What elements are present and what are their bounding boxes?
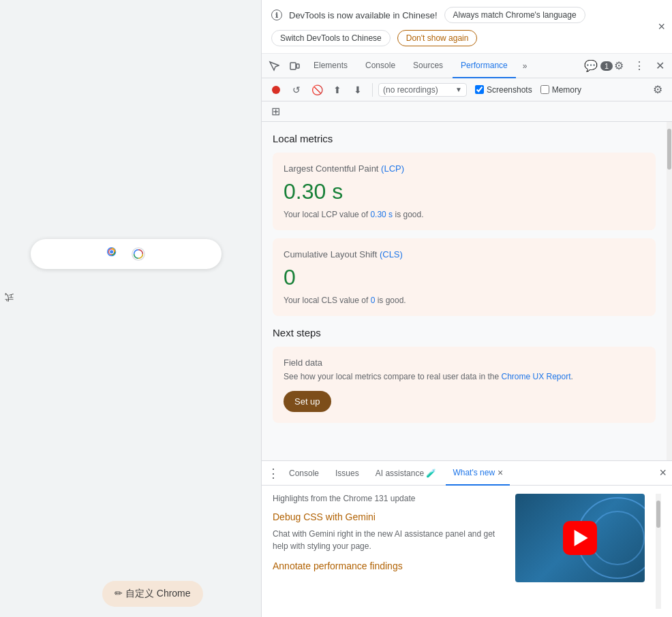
field-data-card: Field data See how your local metrics co… bbox=[273, 347, 656, 423]
close-devtools-button[interactable]: ✕ bbox=[650, 57, 669, 76]
tab-console[interactable]: Console bbox=[357, 54, 403, 78]
bottom-content: Highlights from the Chrome 131 update De… bbox=[262, 486, 672, 617]
record-button[interactable] bbox=[267, 81, 285, 99]
lcp-title: Largest Contentful Paint (LCP) bbox=[284, 163, 645, 174]
chrome-ux-report-link[interactable]: Chrome UX Report bbox=[502, 372, 571, 381]
bottom-scrollbar-thumb bbox=[656, 501, 660, 528]
sidebar-toolbar: ⊞ bbox=[262, 101, 672, 122]
performance-panel: Local metrics Largest Contentful Paint (… bbox=[262, 122, 667, 460]
record-dot bbox=[272, 86, 280, 94]
tab-elements[interactable]: Elements bbox=[305, 54, 356, 78]
browser-background: 式 ✏ 自定义 Chrome bbox=[0, 0, 252, 617]
layout-button[interactable]: ⊞ bbox=[267, 104, 284, 120]
annotate-performance-title: Annotate performance findings bbox=[273, 560, 504, 571]
bottom-panel: ⋮ Console Issues AI assistance 🧪 What's … bbox=[262, 460, 672, 617]
highlights-text: Highlights from the Chrome 131 update bbox=[273, 494, 504, 503]
more-options-button[interactable]: ⋮ bbox=[630, 57, 649, 76]
cls-card: Cumulative Layout Shift (CLS) 0 Your loc… bbox=[273, 238, 656, 316]
screenshots-checkbox-label[interactable]: Screenshots bbox=[475, 85, 532, 95]
devtools-tabs-toolbar: Elements Console Sources Performance » 💬… bbox=[262, 54, 672, 78]
download-button[interactable]: ⬇ bbox=[349, 81, 367, 99]
thumb-circle-2 bbox=[590, 511, 645, 565]
field-data-title: Field data bbox=[284, 358, 645, 368]
svg-rect-6 bbox=[296, 64, 299, 68]
svg-point-1 bbox=[110, 250, 113, 253]
main-scrollbar-thumb bbox=[667, 129, 671, 170]
customize-chrome-button[interactable]: ✏ 自定义 Chrome bbox=[102, 581, 203, 607]
bottom-text-section: Highlights from the Chrome 131 update De… bbox=[273, 494, 504, 609]
dropdown-arrow: ▼ bbox=[455, 86, 462, 93]
debug-css-description: Chat with Gemini right in the new AI ass… bbox=[273, 528, 504, 552]
main-scrollbar[interactable] bbox=[667, 122, 672, 460]
separator bbox=[372, 83, 373, 97]
lcp-card: Largest Contentful Paint (LCP) 0.30 s Yo… bbox=[273, 153, 656, 230]
upload-button[interactable]: ⬆ bbox=[329, 81, 346, 99]
clear-button[interactable]: 🚫 bbox=[308, 81, 326, 99]
bottom-dots-button[interactable]: ⋮ bbox=[267, 466, 279, 481]
recording-toolbar: ↺ 🚫 ⬆ ⬇ (no recordings) ▼ Screenshots Me… bbox=[262, 78, 672, 101]
devtools-main-content: Local metrics Largest Contentful Paint (… bbox=[262, 122, 672, 460]
bottom-tab-issues[interactable]: Issues bbox=[329, 461, 366, 486]
field-data-description: See how your local metrics compare to re… bbox=[284, 372, 645, 381]
whats-new-close[interactable]: × bbox=[498, 467, 503, 478]
cls-description: Your local CLS value of 0 is good. bbox=[284, 296, 645, 305]
bottom-tab-console[interactable]: Console bbox=[282, 461, 326, 486]
next-steps-title: Next steps bbox=[273, 327, 656, 338]
bottom-scrollbar[interactable] bbox=[656, 494, 661, 609]
dont-show-button[interactable]: Don't show again bbox=[397, 30, 478, 46]
info-icon: ℹ bbox=[271, 10, 282, 20]
mic-icon[interactable] bbox=[106, 246, 122, 262]
perf-settings-button[interactable]: ⚙ bbox=[649, 81, 667, 99]
bottom-tab-whats-new[interactable]: What's new × bbox=[446, 461, 510, 486]
search-bar bbox=[31, 239, 222, 269]
cls-title: Cumulative Layout Shift (CLS) bbox=[284, 249, 645, 259]
cls-value: 0 bbox=[284, 265, 645, 290]
sidebar-text: 式 bbox=[0, 306, 18, 312]
notification-bar: ℹ DevTools is now available in Chinese! … bbox=[262, 0, 672, 54]
tab-performance[interactable]: Performance bbox=[453, 54, 516, 78]
always-match-button[interactable]: Always match Chrome's language bbox=[444, 7, 585, 23]
memory-checkbox[interactable] bbox=[540, 85, 549, 94]
devtools-panel: ℹ DevTools is now available in Chinese! … bbox=[261, 0, 672, 617]
notification-close-button[interactable]: × bbox=[658, 20, 665, 33]
device-toolbar-button[interactable] bbox=[285, 57, 304, 76]
toolbar-right-actions: 💬 1 ⚙ ⋮ ✕ bbox=[589, 57, 669, 76]
lens-icon[interactable] bbox=[130, 246, 147, 262]
tab-more[interactable]: » bbox=[517, 54, 533, 78]
switch-chinese-button[interactable]: Switch DevTools to Chinese bbox=[271, 30, 391, 46]
recordings-dropdown[interactable]: (no recordings) ▼ bbox=[378, 83, 467, 97]
setup-button[interactable]: Set up bbox=[284, 391, 331, 412]
bottom-tab-ai[interactable]: AI assistance 🧪 bbox=[369, 461, 444, 486]
debug-css-title: Debug CSS with Gemini bbox=[273, 511, 504, 522]
bottom-panel-close-button[interactable]: × bbox=[659, 466, 667, 480]
refresh-button[interactable]: ↺ bbox=[288, 81, 305, 99]
memory-checkbox-label[interactable]: Memory bbox=[540, 85, 581, 95]
screenshots-checkbox[interactable] bbox=[475, 85, 484, 94]
tab-sources[interactable]: Sources bbox=[405, 54, 451, 78]
bottom-toolbar: ⋮ Console Issues AI assistance 🧪 What's … bbox=[262, 461, 672, 486]
select-element-button[interactable] bbox=[264, 57, 284, 76]
svg-rect-5 bbox=[290, 63, 296, 69]
video-thumbnail[interactable] bbox=[515, 494, 645, 582]
local-metrics-title: Local metrics bbox=[273, 133, 656, 144]
lcp-description: Your local LCP value of 0.30 s is good. bbox=[284, 210, 645, 219]
chat-badge-button[interactable]: 💬 1 bbox=[589, 57, 608, 76]
play-icon bbox=[575, 530, 588, 546]
notification-message: DevTools is now available in Chinese! bbox=[289, 10, 438, 20]
settings-button[interactable]: ⚙ bbox=[609, 57, 628, 76]
lcp-value: 0.30 s bbox=[284, 179, 645, 204]
